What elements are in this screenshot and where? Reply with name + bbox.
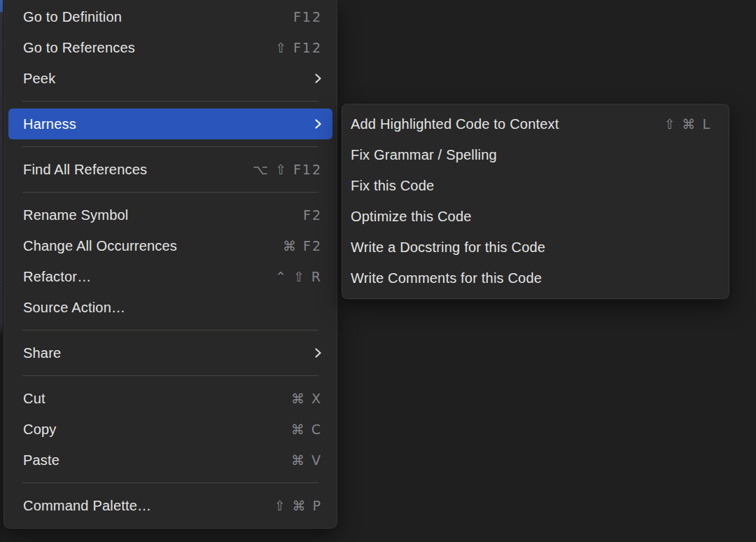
menu-item-source-action[interactable]: Source Action… bbox=[4, 292, 337, 323]
menu-item-label: Harness bbox=[23, 116, 76, 132]
menu-item-command-palette[interactable]: Command Palette…⇧ ⌘ P bbox=[4, 490, 337, 521]
menu-item-label: Change All Occurrences bbox=[23, 238, 177, 254]
menu-item-shortcut: F12 bbox=[293, 9, 322, 25]
menu-item-label: Find All References bbox=[23, 162, 147, 178]
menu-item-label: Peek bbox=[23, 71, 55, 87]
menu-item-label: Copy bbox=[23, 422, 57, 438]
menu-item-label: Command Palette… bbox=[23, 498, 151, 514]
menu-item-add-highlighted-code-to-context[interactable]: Add Highlighted Code to Context⇧ ⌘ L bbox=[342, 109, 729, 139]
menu-item-label: Source Action… bbox=[23, 300, 125, 316]
menu-item-label: Fix this Code bbox=[351, 178, 434, 194]
menu-divider bbox=[22, 101, 318, 102]
chevron-right-icon bbox=[314, 118, 322, 130]
menu-item-shortcut: ⇧ ⌘ L bbox=[664, 116, 711, 132]
menu-item-shortcut: F2 bbox=[303, 207, 322, 223]
menu-item-go-to-references[interactable]: Go to References⇧ F12 bbox=[4, 32, 337, 63]
menu-item-fix-this-code[interactable]: Fix this Code bbox=[342, 170, 729, 201]
chevron-right-icon bbox=[314, 73, 322, 84]
menu-divider bbox=[22, 192, 318, 193]
menu-item-label: Refactor… bbox=[23, 269, 91, 285]
chevron-right-icon bbox=[314, 347, 322, 359]
menu-item-fix-grammar-spelling[interactable]: Fix Grammar / Spelling bbox=[342, 139, 729, 170]
context-menu: Go to DefinitionF12Go to References⇧ F12… bbox=[3, 0, 338, 529]
menu-item-copy[interactable]: Copy⌘ C bbox=[4, 414, 337, 445]
menu-item-rename-symbol[interactable]: Rename SymbolF2 bbox=[4, 200, 337, 230]
menu-item-label: Write a Docstring for this Code bbox=[351, 239, 545, 256]
menu-item-shortcut: ⌃ ⇧ R bbox=[275, 269, 322, 284]
menu-item-shortcut: ⌘ F2 bbox=[283, 238, 322, 253]
harness-submenu-items: Add Highlighted Code to Context⇧ ⌘ LFix … bbox=[342, 109, 729, 293]
menu-item-label: Paste bbox=[23, 452, 59, 468]
menu-item-label: Fix Grammar / Spelling bbox=[351, 147, 497, 163]
menu-item-label: Share bbox=[23, 345, 61, 361]
harness-submenu: Add Highlighted Code to Context⇧ ⌘ LFix … bbox=[341, 103, 730, 300]
menu-item-label: Add Highlighted Code to Context bbox=[351, 116, 559, 132]
menu-item-label: Rename Symbol bbox=[23, 207, 128, 223]
menu-divider bbox=[22, 482, 318, 483]
menu-item-label: Optimize this Code bbox=[351, 209, 472, 225]
menu-item-label: Cut bbox=[23, 391, 46, 407]
screen-background: Go to DefinitionF12Go to References⇧ F12… bbox=[0, 0, 756, 542]
menu-item-shortcut: ⌘ X bbox=[291, 391, 322, 406]
menu-item-shortcut: ⌘ V bbox=[291, 452, 322, 468]
menu-item-shortcut: ⇧ ⌘ P bbox=[274, 498, 322, 513]
menu-item-go-to-definition[interactable]: Go to DefinitionF12 bbox=[4, 1, 337, 32]
menu-item-find-all-references[interactable]: Find All References⌥ ⇧ F12 bbox=[4, 154, 337, 185]
menu-item-optimize-this-code[interactable]: Optimize this Code bbox=[342, 201, 729, 232]
menu-item-share[interactable]: Share bbox=[4, 338, 337, 368]
menu-divider bbox=[22, 330, 318, 331]
menu-item-write-a-docstring-for-this-code[interactable]: Write a Docstring for this Code bbox=[342, 232, 729, 263]
menu-item-shortcut: ⇧ F12 bbox=[275, 40, 322, 55]
context-menu-items: Go to DefinitionF12Go to References⇧ F12… bbox=[4, 1, 337, 521]
menu-item-label: Go to Definition bbox=[23, 9, 122, 25]
menu-item-label: Write Comments for this Code bbox=[351, 270, 542, 286]
menu-item-peek[interactable]: Peek bbox=[4, 63, 337, 94]
menu-item-label: Go to References bbox=[23, 40, 135, 56]
menu-item-shortcut: ⌥ ⇧ F12 bbox=[253, 162, 322, 177]
menu-item-change-all-occurrences[interactable]: Change All Occurrences⌘ F2 bbox=[4, 230, 337, 261]
menu-item-write-comments-for-this-code[interactable]: Write Comments for this Code bbox=[342, 263, 729, 293]
menu-item-harness[interactable]: Harness bbox=[8, 109, 332, 139]
menu-item-refactor[interactable]: Refactor…⌃ ⇧ R bbox=[4, 261, 337, 292]
menu-divider bbox=[22, 375, 318, 376]
menu-item-cut[interactable]: Cut⌘ X bbox=[4, 383, 337, 414]
menu-item-shortcut: ⌘ C bbox=[291, 422, 322, 437]
menu-divider bbox=[22, 146, 318, 147]
menu-item-paste[interactable]: Paste⌘ V bbox=[4, 445, 337, 475]
